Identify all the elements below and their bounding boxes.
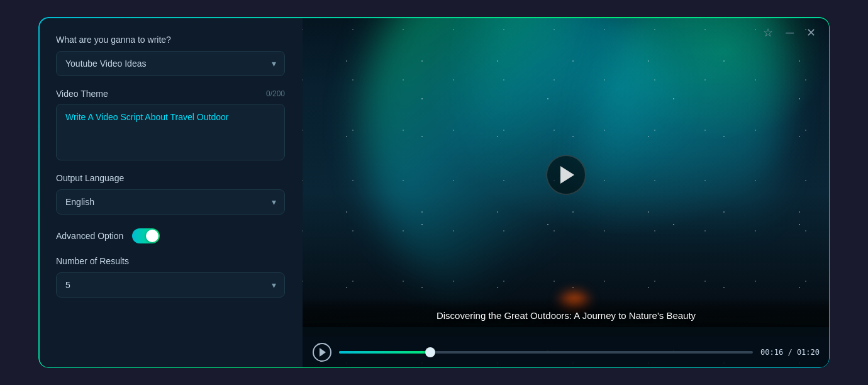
- advanced-option-toggle[interactable]: [132, 228, 160, 243]
- output-language-dropdown[interactable]: English Spanish French German Chinese: [56, 189, 285, 215]
- progress-thumb[interactable]: [425, 347, 435, 357]
- output-language-dropdown-wrapper: English Spanish French German Chinese ▾: [56, 189, 285, 215]
- play-pause-button[interactable]: [313, 343, 331, 362]
- time-separator: /: [787, 348, 796, 357]
- total-time: 01:20: [797, 348, 820, 357]
- toggle-thumb: [146, 230, 159, 242]
- num-results-dropdown-wrapper: 1 2 3 4 5 10 ▾: [56, 272, 285, 298]
- video-controls-bar: 00:16 / 01:20: [303, 337, 830, 368]
- play-icon: [560, 166, 574, 184]
- play-button-overlay[interactable]: [546, 155, 586, 195]
- video-title-text: Discovering the Great Outdoors: A Journe…: [321, 310, 811, 321]
- num-results-dropdown[interactable]: 1 2 3 4 5 10: [56, 272, 285, 298]
- time-display: 00:16 / 01:20: [760, 348, 820, 357]
- write-type-dropdown-wrapper: Youtube Video Ideas Blog Post Social Med…: [56, 51, 285, 76]
- advanced-option-row: Advanced Option: [56, 228, 285, 243]
- pin-button[interactable]: ☆: [762, 26, 774, 40]
- output-language-label: Output Language: [56, 173, 285, 183]
- progress-bar[interactable]: [339, 351, 753, 354]
- video-background: Discovering the Great Outdoors: A Journe…: [303, 17, 830, 368]
- minimize-button[interactable]: ─: [784, 26, 795, 40]
- num-results-label: Number of Results: [56, 256, 285, 266]
- current-time: 00:16: [760, 348, 783, 357]
- window-controls: ☆ ─ ✕: [762, 26, 817, 40]
- video-theme-input[interactable]: Write A Video Script About Travel Outdoo…: [56, 104, 285, 160]
- video-theme-label: Video Theme: [56, 89, 108, 99]
- write-section-label: What are you ganna to write?: [56, 35, 285, 45]
- progress-filled: [339, 351, 430, 354]
- video-theme-header: Video Theme 0/200: [56, 89, 285, 99]
- play-icon-small: [320, 348, 326, 357]
- play-button-circle: [313, 343, 331, 362]
- advanced-option-label: Advanced Option: [56, 231, 123, 241]
- app-window: ☆ ─ ✕ What are you ganna to write? Youtu…: [38, 16, 830, 369]
- write-type-dropdown[interactable]: Youtube Video Ideas Blog Post Social Med…: [56, 51, 285, 76]
- left-panel: What are you ganna to write? Youtube Vid…: [38, 17, 303, 368]
- video-player-panel: Discovering the Great Outdoors: A Journe…: [303, 17, 830, 368]
- close-button[interactable]: ✕: [805, 26, 817, 40]
- char-count: 0/200: [266, 89, 285, 98]
- video-title-overlay: Discovering the Great Outdoors: A Journe…: [303, 298, 830, 327]
